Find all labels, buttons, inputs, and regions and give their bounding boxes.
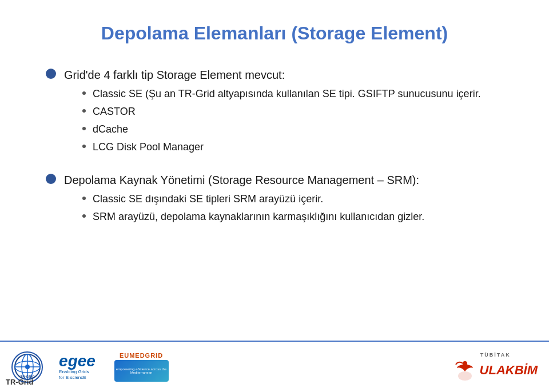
sub-item-1-2: CASTOR <box>82 104 481 119</box>
page-title: Depolama Elemanları (Storage Element) <box>34 23 515 44</box>
bullet-icon-2 <box>46 174 56 184</box>
egee-text: egee Enabling Grids for E-sciencE <box>59 353 96 381</box>
svg-point-7 <box>458 371 472 381</box>
sub-item-2-2: SRM arayüzü, depolama kaynaklarının karm… <box>82 209 424 225</box>
egee-box: egee Enabling Grids for E-sciencE <box>54 351 100 383</box>
ulakbim-top-label: TÜBİTAK <box>480 352 511 358</box>
egee-subtitle-line1: Enabling Grids <box>59 369 89 375</box>
sub-bullet-1-4 <box>82 145 86 148</box>
sub-item-1-4: LCG Disk Pool Manager <box>82 139 481 155</box>
slide: Depolama Elemanları (Storage Element) Gr… <box>0 0 549 392</box>
sub-item-1-3: dCache <box>82 122 481 137</box>
footer-trgrid-label: TR-Grid <box>6 378 33 386</box>
ulakbim-main: ULAKBİM <box>453 359 538 382</box>
bullet-item-1: Grid'de 4 farklı tip Storage Element mev… <box>46 67 515 158</box>
ulakbim-logo-block: TÜBİTAK ULAKBİM <box>453 352 538 382</box>
ulakbim-bird-icon <box>453 359 476 382</box>
sub-items-2: Classic SE dışındaki SE tipleri SRM aray… <box>64 191 424 225</box>
bullet-item-2: Depolama Kaynak Yönetimi (Storage Resour… <box>46 172 515 228</box>
content-area: Grid'de 4 farklı tip Storage Element mev… <box>34 67 515 228</box>
egee-subtitle-line2: for E-sciencE <box>59 375 86 381</box>
trgrid-logo-svg: TR-GRID <box>14 353 41 381</box>
sub-bullet-1-2 <box>82 109 86 113</box>
sub-bullet-1-1 <box>82 91 86 95</box>
egee-logo-block: egee Enabling Grids for E-sciencE <box>54 351 100 383</box>
sub-item-2-1: Classic SE dışındaki SE tipleri SRM aray… <box>82 191 424 207</box>
sub-bullet-2-1 <box>82 197 86 200</box>
eumedgrid-image: empowering eScience across the Mediterra… <box>114 360 169 382</box>
sub-item-1-1: Classic SE (Şu an TR-Grid altyapısında k… <box>82 86 481 102</box>
svg-point-8 <box>463 361 467 366</box>
bullet-text-2: Depolama Kaynak Yönetimi (Storage Resour… <box>64 172 424 228</box>
sub-bullet-1-3 <box>82 127 86 130</box>
bullet-text-1: Grid'de 4 farklı tip Storage Element mev… <box>64 67 481 158</box>
ulakbim-brand-text: ULAKBİM <box>480 364 538 377</box>
footer: TR-GRID egee Enabling Grids for E-scienc… <box>0 341 549 392</box>
footer-logos: TR-GRID egee Enabling Grids for E-scienc… <box>11 351 179 383</box>
bullet-icon-1 <box>46 69 56 79</box>
egee-title: egee <box>59 353 96 369</box>
sub-items-1: Classic SE (Şu an TR-Grid altyapısında k… <box>64 86 481 155</box>
sub-bullet-2-2 <box>82 214 86 218</box>
eumedgrid-label: EUMEDGRID <box>120 352 163 359</box>
svg-point-5 <box>25 365 30 369</box>
eumedgrid-sub: empowering eScience across the Mediterra… <box>114 366 169 375</box>
ulakbim-text: ULAKBİM <box>480 364 538 377</box>
eumedgrid-logo-block: EUMEDGRID empowering eScience across the… <box>113 352 170 382</box>
